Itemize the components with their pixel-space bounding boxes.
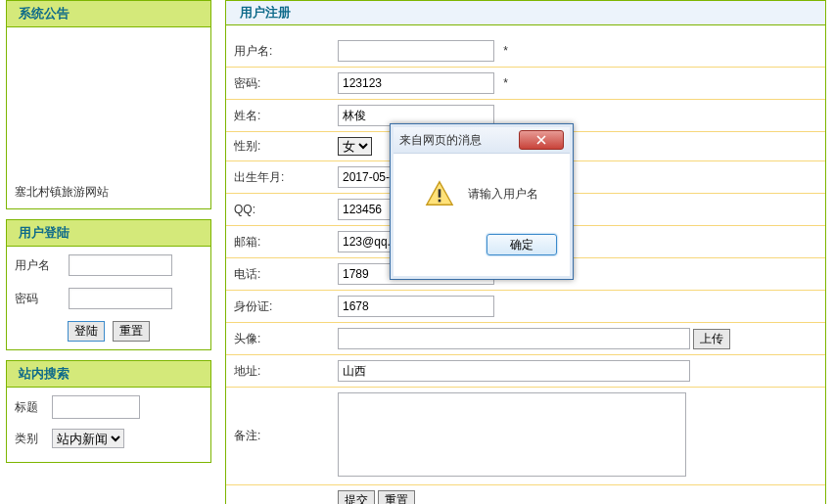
dialog-message: 请输入用户名 bbox=[468, 186, 538, 203]
dialog-ok-button[interactable]: 确定 bbox=[486, 234, 557, 255]
dialog-overlay: 来自网页的消息 请输入用户名 确定 bbox=[0, 0, 834, 504]
dialog-titlebar[interactable]: 来自网页的消息 bbox=[394, 127, 570, 154]
warning-icon bbox=[425, 179, 454, 208]
svg-rect-1 bbox=[439, 189, 441, 197]
dialog-close-button[interactable] bbox=[519, 130, 564, 150]
dialog-title-text: 来自网页的消息 bbox=[399, 127, 482, 153]
dialog-body: 请输入用户名 bbox=[391, 154, 573, 234]
close-icon bbox=[536, 135, 546, 145]
svg-rect-2 bbox=[439, 200, 441, 203]
alert-dialog: 来自网页的消息 请输入用户名 确定 bbox=[390, 123, 574, 280]
